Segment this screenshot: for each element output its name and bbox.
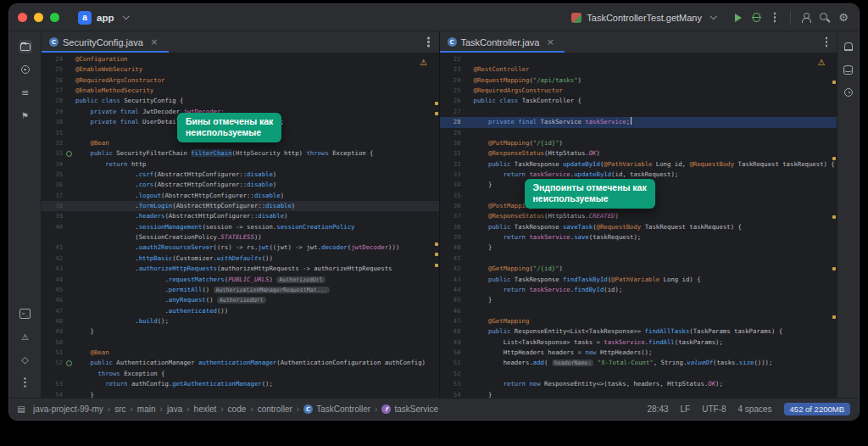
breadcrumb-item[interactable]: taskService xyxy=(394,404,438,414)
code-line[interactable]: 46 .anyRequest() AuthorizedUrl xyxy=(42,295,439,305)
line-number[interactable]: 38 xyxy=(440,222,464,232)
memory-indicator[interactable]: 452 of 2200MB xyxy=(784,403,850,415)
line-number[interactable]: 24 xyxy=(440,75,464,86)
code-line[interactable]: 43 public TaskResponse findTaskById(@Pat… xyxy=(440,275,837,285)
close-icon[interactable] xyxy=(543,36,557,49)
code-line[interactable]: 43 .authorizeHttpRequests(authorizeHttpR… xyxy=(42,264,439,274)
code-line[interactable]: 26public class TaskController { xyxy=(440,96,837,106)
line-number[interactable]: 48 xyxy=(440,326,464,337)
zoom-window-button[interactable] xyxy=(50,13,59,22)
line-number[interactable]: 30 xyxy=(42,117,65,127)
line-number[interactable]: 37 xyxy=(440,211,464,221)
line-number[interactable]: 32 xyxy=(42,138,65,148)
code-line[interactable]: throws Exception { xyxy=(42,369,439,379)
line-number[interactable]: 44 xyxy=(42,275,65,285)
profile-icon[interactable] xyxy=(799,11,813,25)
code-line[interactable]: 40 } xyxy=(440,243,837,253)
line-number[interactable]: 40 xyxy=(42,222,65,232)
line-number[interactable]: 25 xyxy=(440,86,464,96)
code-line[interactable]: 54 } xyxy=(440,390,837,399)
code-line[interactable]: 25@EnableWebSecurity xyxy=(42,64,439,75)
inspections-widget[interactable] xyxy=(815,55,828,69)
breadcrumb-item[interactable]: hexlet xyxy=(194,404,217,414)
breadcrumb-item[interactable]: java xyxy=(167,404,182,414)
breadcrumb-item[interactable]: java-project-99-my xyxy=(33,404,103,414)
line-number[interactable]: 34 xyxy=(440,180,464,190)
code-line[interactable]: 35 .csrf(AbstractHttpConfigurer::disable… xyxy=(42,170,439,180)
tab-securityconfig[interactable]: SecurityConfig.java xyxy=(42,31,169,53)
line-number[interactable]: 38 xyxy=(42,201,65,211)
line-number[interactable]: 52 xyxy=(440,369,464,379)
code-line[interactable]: 42 @GetMapping("/{id}") xyxy=(440,264,837,274)
gradle-icon[interactable] xyxy=(842,86,855,99)
line-number[interactable]: 30 xyxy=(440,138,464,148)
code-line[interactable]: 36 .cors(AbstractHttpConfigurer::disable… xyxy=(42,180,439,190)
warning-stripe-mark[interactable] xyxy=(435,102,438,105)
line-number[interactable]: 43 xyxy=(440,275,464,285)
notifications-icon[interactable] xyxy=(842,40,855,53)
line-number[interactable]: 26 xyxy=(42,75,65,86)
warning-stripe-mark[interactable] xyxy=(435,264,438,267)
services-icon[interactable] xyxy=(19,353,32,366)
settings-icon[interactable] xyxy=(837,11,850,25)
run-config-widget[interactable]: TaskControllerTest.getMany xyxy=(566,9,726,26)
code-line[interactable]: 52 public AuthenticationManager authenti… xyxy=(42,358,439,368)
line-number[interactable]: 41 xyxy=(42,243,65,253)
project-folder-icon[interactable] xyxy=(19,40,32,53)
more-icon[interactable] xyxy=(820,36,833,49)
code-line[interactable]: 42 .httpBasic(Customizer.withDefaults()) xyxy=(42,254,439,264)
line-number[interactable]: 53 xyxy=(440,379,464,389)
line-number[interactable]: 35 xyxy=(42,170,65,180)
code-line[interactable]: 25@RequiredArgsConstructor xyxy=(440,86,837,96)
code-line[interactable]: 39 .headers(AbstractHttpConfigurer::disa… xyxy=(42,211,439,221)
code-line[interactable]: 51 @Bean xyxy=(42,348,439,358)
code-line[interactable]: 37 @ResponseStatus(HttpStatus.CREATED) xyxy=(440,211,837,221)
code-line[interactable]: 53 return authConfig.getAuthenticationMa… xyxy=(42,379,439,389)
code-line[interactable]: 31 @ResponseStatus(HttpStatus.OK) xyxy=(440,148,837,159)
code-line[interactable]: 46 xyxy=(440,306,837,316)
debug-icon[interactable] xyxy=(749,11,763,25)
warning-stripe-mark[interactable] xyxy=(832,157,836,160)
line-number[interactable]: 27 xyxy=(440,107,464,117)
code-line[interactable]: 52 xyxy=(440,369,837,379)
line-number[interactable]: 51 xyxy=(440,358,464,368)
code-area[interactable]: 24@Configuration25@EnableWebSecurity26@R… xyxy=(42,53,439,398)
terminal-icon[interactable] xyxy=(19,307,32,321)
inspections-widget[interactable] xyxy=(417,55,431,69)
line-number[interactable]: 36 xyxy=(440,201,464,211)
line-number[interactable]: 25 xyxy=(42,64,65,75)
problems-icon[interactable] xyxy=(19,330,32,343)
code-line[interactable]: 45 } xyxy=(440,295,837,305)
code-line[interactable]: 28public class SecurityConfig { xyxy=(42,96,439,106)
encoding-indicator[interactable]: UTF-8 xyxy=(702,404,726,414)
line-number[interactable]: 45 xyxy=(440,295,464,305)
code-line[interactable]: 49 List<TaskResponse> tasks = taskServic… xyxy=(440,337,837,348)
code-line[interactable]: 41 xyxy=(440,254,837,264)
line-number[interactable]: 41 xyxy=(440,254,464,264)
line-number[interactable]: 28 xyxy=(440,117,464,127)
warning-stripe-mark[interactable] xyxy=(832,315,836,319)
line-number[interactable]: 39 xyxy=(440,232,464,243)
code-line[interactable]: 37 .logout(AbstractHttpConfigurer::disab… xyxy=(42,191,439,201)
line-number[interactable]: 50 xyxy=(440,348,464,358)
code-line[interactable]: 49 } xyxy=(42,326,439,337)
line-number[interactable]: 46 xyxy=(42,295,65,305)
code-line[interactable]: 50 HttpHeaders headers = new HttpHeaders… xyxy=(440,348,837,358)
warning-stripe-mark[interactable] xyxy=(435,243,438,246)
line-number[interactable]: 24 xyxy=(42,54,65,64)
breadcrumb-item[interactable]: controller xyxy=(258,404,292,414)
code-line[interactable]: 34 return http xyxy=(42,159,439,170)
code-line[interactable]: 51 headers.add( headerName: "X-Total-Cou… xyxy=(440,358,837,368)
code-line[interactable]: 50 xyxy=(42,337,439,348)
close-icon[interactable] xyxy=(147,36,161,49)
structure-icon[interactable] xyxy=(19,86,32,99)
breadcrumb-item[interactable]: TaskController xyxy=(316,404,370,414)
breadcrumb-item[interactable]: code xyxy=(228,404,247,414)
warning-stripe-mark[interactable] xyxy=(435,253,438,256)
bookmarks-icon[interactable] xyxy=(19,109,32,122)
line-number[interactable] xyxy=(42,232,65,243)
warning-stripe-mark[interactable] xyxy=(832,267,836,270)
line-number[interactable]: 54 xyxy=(42,390,65,399)
code-line[interactable]: 26@RequiredArgsConstructor xyxy=(42,75,439,86)
code-line[interactable]: 41 .oauth2ResourceServer((rs) -> rs.jwt(… xyxy=(42,243,439,253)
